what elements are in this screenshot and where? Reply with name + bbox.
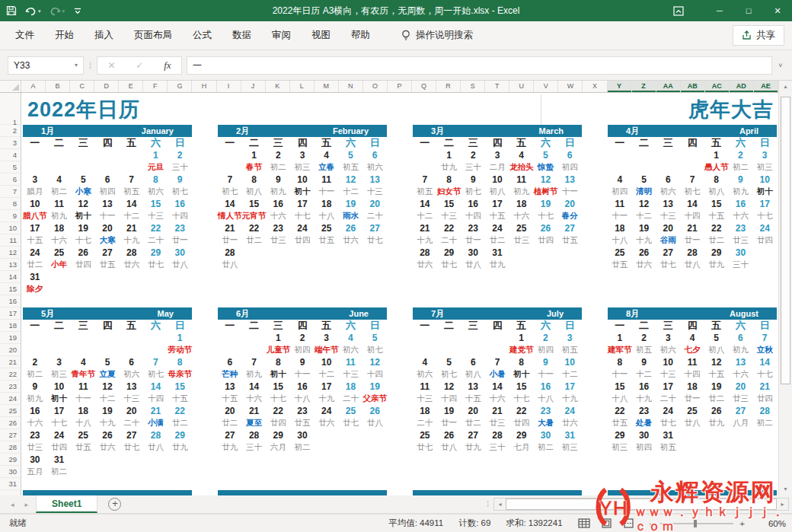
day-cell[interactable]: 15 (608, 381, 632, 393)
day-cell[interactable]: 2 (168, 149, 192, 161)
day-cell[interactable]: 6 (557, 149, 582, 161)
day-cell[interactable]: 12 (704, 356, 729, 368)
row-header-21[interactable]: 21 (0, 356, 21, 368)
day-cell[interactable]: 27 (218, 429, 242, 441)
day-cell[interactable]: 23 (266, 222, 290, 234)
day-cell[interactable]: 8 (509, 356, 534, 368)
formula-cancel-button[interactable]: ✕ (107, 60, 115, 71)
day-cell[interactable]: 25 (608, 247, 632, 259)
day-cell[interactable]: 16 (168, 198, 192, 210)
close-button[interactable]: ✕ (763, 0, 792, 21)
tab-home[interactable]: 开始 (55, 25, 74, 46)
day-cell[interactable]: 26 (362, 405, 387, 417)
formula-bar-expand-button[interactable]: ˅ (772, 62, 789, 69)
scroll-down-icon[interactable]: ▾ (779, 483, 792, 495)
tab-formulas[interactable]: 公式 (193, 25, 212, 46)
day-cell[interactable]: 8 (437, 174, 461, 186)
day-cell[interactable]: 30 (534, 429, 558, 441)
page-layout-view-button[interactable] (601, 518, 612, 528)
day-cell[interactable]: 3 (315, 332, 339, 344)
row-header-26[interactable]: 26 (0, 417, 21, 429)
day-cell[interactable]: 29 (704, 247, 729, 259)
day-cell[interactable]: 15 (242, 198, 267, 210)
day-cell[interactable]: 25 (315, 222, 339, 234)
day-cell[interactable]: 30 (168, 247, 192, 259)
day-cell[interactable]: 4 (608, 174, 632, 186)
day-cell[interactable]: 30 (632, 429, 656, 441)
day-cell[interactable]: 4 (315, 149, 339, 161)
day-cell[interactable]: 27 (120, 429, 144, 441)
day-cell[interactable]: 13 (461, 381, 485, 393)
maximize-button[interactable]: □ (734, 0, 763, 21)
day-cell[interactable]: 3 (290, 149, 315, 161)
day-cell[interactable]: 10 (47, 381, 72, 393)
column-header-D[interactable]: D (94, 81, 119, 92)
sheet-nav-prev-icon[interactable]: ◂ (11, 501, 14, 508)
day-cell[interactable]: 28 (242, 429, 267, 441)
day-cell[interactable]: 31 (485, 247, 509, 259)
day-cell[interactable]: 21 (752, 381, 777, 393)
column-header-F[interactable]: F (143, 81, 168, 92)
add-sheet-button[interactable]: + (108, 498, 121, 511)
day-cell[interactable]: 27 (729, 405, 753, 417)
day-cell[interactable]: 6 (729, 332, 753, 344)
day-cell[interactable]: 28 (413, 247, 437, 259)
column-header-E[interactable]: E (119, 81, 143, 92)
day-cell[interactable]: 28 (680, 247, 704, 259)
day-cell[interactable]: 14 (218, 198, 242, 210)
day-cell[interactable]: 11 (339, 356, 363, 368)
day-cell[interactable]: 25 (47, 247, 72, 259)
day-cell[interactable]: 5 (704, 332, 729, 344)
day-cell[interactable]: 6 (95, 174, 120, 186)
day-cell[interactable]: 5 (534, 149, 558, 161)
day-cell[interactable]: 15 (144, 198, 168, 210)
row-header-32-partial[interactable] (0, 490, 21, 495)
day-cell[interactable]: 11 (71, 381, 95, 393)
day-cell[interactable]: 5 (71, 174, 95, 186)
day-cell[interactable]: 16 (290, 381, 315, 393)
day-cell[interactable]: 19 (71, 222, 95, 234)
day-cell[interactable]: 2 (632, 332, 656, 344)
row-header-8[interactable]: 8 (0, 198, 21, 210)
tab-page-layout[interactable]: 页面布局 (134, 25, 172, 46)
day-cell[interactable]: 13 (557, 174, 582, 186)
day-cell[interactable]: 27 (461, 429, 485, 441)
chevron-down-icon[interactable]: ▾ (69, 62, 83, 68)
row-header-19[interactable]: 19 (0, 332, 21, 344)
day-cell[interactable]: 21 (120, 222, 144, 234)
zoom-level[interactable]: 60% (760, 519, 786, 528)
day-cell[interactable]: 23 (534, 405, 558, 417)
day-cell[interactable]: 28 (144, 429, 168, 441)
column-header-O[interactable]: O (363, 81, 388, 92)
day-cell[interactable]: 13 (729, 356, 753, 368)
day-cell[interactable]: 12 (362, 356, 387, 368)
day-cell[interactable]: 21 (242, 405, 267, 417)
day-cell[interactable]: 24 (656, 405, 680, 417)
day-cell[interactable]: 20 (729, 381, 753, 393)
day-cell[interactable]: 24 (290, 222, 315, 234)
day-cell[interactable]: 25 (680, 405, 704, 417)
row-header-9[interactable]: 9 (0, 210, 21, 222)
column-header-X[interactable]: X (583, 81, 607, 92)
day-cell[interactable]: 9 (23, 381, 47, 393)
zoom-slider-handle[interactable] (694, 520, 697, 527)
day-cell[interactable]: 6 (656, 174, 680, 186)
day-cell[interactable]: 25 (71, 429, 95, 441)
row-header-30[interactable]: 30 (0, 466, 21, 478)
day-cell[interactable]: 6 (461, 356, 485, 368)
day-cell[interactable]: 5 (437, 356, 461, 368)
day-cell[interactable]: 6 (362, 149, 387, 161)
day-cell[interactable]: 11 (608, 198, 632, 210)
sheet-tab-sheet1[interactable]: Sheet1 (36, 495, 97, 513)
day-cell[interactable]: 18 (71, 405, 95, 417)
day-cell[interactable]: 17 (23, 222, 47, 234)
insert-function-button[interactable]: fx (164, 59, 171, 72)
day-cell[interactable]: 17 (290, 198, 315, 210)
formula-bar-grip[interactable]: ⁞ (89, 61, 91, 70)
tab-insert[interactable]: 插入 (94, 25, 113, 46)
day-cell[interactable]: 10 (557, 356, 582, 368)
row-header-25[interactable]: 25 (0, 405, 21, 417)
row-header-5[interactable]: 5 (0, 161, 21, 174)
day-cell[interactable]: 18 (47, 222, 72, 234)
row-header-6[interactable]: 6 (0, 174, 21, 186)
